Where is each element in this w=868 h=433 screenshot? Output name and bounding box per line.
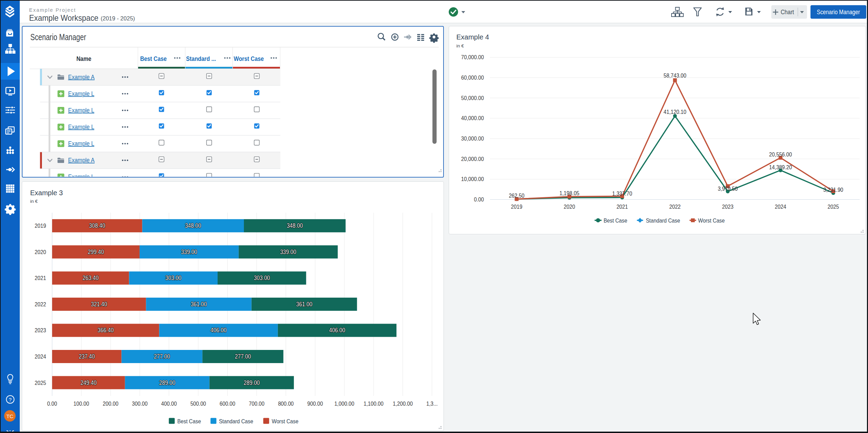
- svg-text:289.00: 289.00: [244, 379, 260, 386]
- svg-text:300.00: 300.00: [132, 400, 148, 407]
- svg-text:100.00: 100.00: [73, 400, 89, 407]
- svg-text:2022: 2022: [35, 301, 46, 308]
- svg-text:299.40: 299.40: [88, 249, 104, 255]
- svg-text:70,000.00: 70,000.00: [461, 54, 484, 61]
- svg-text:Best Case: Best Case: [177, 418, 201, 425]
- svg-text:1,337.70: 1,337.70: [612, 190, 632, 197]
- svg-text:289.00: 289.00: [159, 379, 175, 386]
- svg-text:500.00: 500.00: [190, 400, 206, 407]
- svg-text:3,979.50: 3,979.50: [718, 186, 738, 192]
- svg-text:Example L: Example L: [68, 140, 95, 147]
- svg-text:Example L: Example L: [68, 173, 95, 180]
- svg-text:Standard Case: Standard Case: [646, 217, 680, 224]
- svg-text:237.40: 237.40: [79, 353, 95, 360]
- svg-text:1,000.00: 1,000.00: [334, 400, 354, 407]
- svg-text:262.50: 262.50: [509, 192, 524, 199]
- svg-text:(2019 - 2025): (2019 - 2025): [101, 15, 135, 21]
- svg-text:Worst Case: Worst Case: [272, 418, 298, 425]
- svg-text:40,000.00: 40,000.00: [461, 115, 484, 121]
- svg-text:2021: 2021: [616, 204, 628, 210]
- svg-text:303.00: 303.00: [254, 274, 270, 281]
- svg-text:Example Project: Example Project: [29, 7, 76, 13]
- svg-text:Example L: Example L: [68, 90, 95, 97]
- svg-text:700.00: 700.00: [249, 400, 264, 407]
- svg-text:2020: 2020: [564, 204, 575, 210]
- svg-text:348.00: 348.00: [185, 222, 201, 229]
- svg-text:Example Workspace: Example Workspace: [29, 13, 98, 22]
- svg-text:2019: 2019: [511, 204, 523, 210]
- svg-text:1,100.00: 1,100.00: [363, 400, 384, 407]
- svg-text:2025: 2025: [827, 204, 839, 210]
- svg-text:0.00: 0.00: [47, 400, 57, 407]
- svg-text:Example L: Example L: [68, 123, 95, 130]
- svg-text:249.40: 249.40: [80, 379, 97, 386]
- svg-text:2025: 2025: [35, 380, 46, 386]
- svg-text:?: ?: [9, 397, 11, 403]
- svg-text:366.40: 366.40: [98, 327, 114, 334]
- svg-text:600.00: 600.00: [220, 400, 235, 407]
- svg-text:Name: Name: [76, 55, 91, 62]
- svg-text:20,556.00: 20,556.00: [769, 151, 792, 158]
- svg-text:361.00: 361.00: [191, 301, 207, 308]
- svg-text:Best Case: Best Case: [140, 55, 167, 62]
- svg-text:TC: TC: [6, 413, 14, 419]
- svg-text:Example A: Example A: [68, 73, 95, 81]
- svg-text:2020: 2020: [35, 249, 46, 255]
- svg-text:Example 4: Example 4: [456, 33, 489, 41]
- svg-text:3,231.90: 3,231.90: [823, 187, 843, 193]
- svg-text:800.00: 800.00: [278, 400, 293, 407]
- svg-text:30,000.00: 30,000.00: [461, 135, 484, 142]
- svg-text:2024: 2024: [35, 353, 46, 360]
- svg-text:1,200.00: 1,200.00: [393, 400, 413, 407]
- svg-text:348.00: 348.00: [287, 222, 303, 229]
- svg-text:Scenario Manager: Scenario Manager: [817, 9, 860, 16]
- svg-text:0.00: 0.00: [474, 196, 484, 203]
- svg-text:400.00: 400.00: [161, 400, 177, 407]
- svg-text:2024: 2024: [775, 204, 786, 210]
- svg-text:1,3...: 1,3...: [426, 400, 438, 407]
- svg-text:58,743.00: 58,743.00: [664, 72, 686, 79]
- svg-text:Standard Case: Standard Case: [219, 418, 253, 425]
- svg-text:Worst Case: Worst Case: [698, 217, 725, 224]
- svg-text:Scenario Manager: Scenario Manager: [30, 32, 86, 42]
- svg-text:900.00: 900.00: [307, 400, 323, 407]
- svg-text:339.00: 339.00: [280, 249, 296, 255]
- svg-text:308.40: 308.40: [89, 222, 105, 229]
- svg-text:263.40: 263.40: [82, 274, 99, 281]
- svg-text:2021: 2021: [35, 275, 46, 281]
- svg-text:Example L: Example L: [68, 107, 95, 114]
- svg-text:Example A: Example A: [68, 156, 95, 164]
- svg-text:321.40: 321.40: [91, 301, 107, 308]
- svg-text:Example 3: Example 3: [30, 189, 63, 197]
- svg-text:20,000.00: 20,000.00: [461, 156, 484, 162]
- svg-text:50,000.00: 50,000.00: [461, 95, 484, 101]
- svg-text:10,000.00: 10,000.00: [461, 176, 484, 182]
- svg-text:2023: 2023: [722, 204, 734, 210]
- svg-text:Worst Case: Worst Case: [234, 55, 264, 62]
- svg-text:Best Case: Best Case: [604, 217, 627, 224]
- svg-text:14,389.20: 14,389.20: [769, 164, 792, 171]
- svg-text:406.00: 406.00: [329, 327, 345, 334]
- svg-text:1,198.05: 1,198.05: [560, 190, 580, 197]
- svg-text:in €: in €: [30, 199, 38, 204]
- svg-text:41,120.10: 41,120.10: [664, 109, 686, 115]
- svg-text:200.00: 200.00: [103, 400, 119, 407]
- svg-text:2022: 2022: [669, 204, 681, 210]
- svg-text:406.00: 406.00: [210, 327, 227, 334]
- svg-text:339.00: 339.00: [181, 249, 198, 255]
- svg-text:361.00: 361.00: [296, 301, 313, 308]
- svg-text:2023: 2023: [35, 327, 46, 334]
- svg-text:277.00: 277.00: [235, 353, 251, 360]
- svg-text:Standard ...: Standard ...: [186, 55, 216, 62]
- svg-text:2019: 2019: [35, 223, 46, 229]
- svg-text:in €: in €: [456, 43, 464, 48]
- svg-text:60,000.00: 60,000.00: [461, 74, 484, 81]
- svg-text:303.00: 303.00: [165, 274, 182, 281]
- svg-text:277.00: 277.00: [154, 353, 170, 360]
- svg-text:Chart: Chart: [781, 9, 794, 16]
